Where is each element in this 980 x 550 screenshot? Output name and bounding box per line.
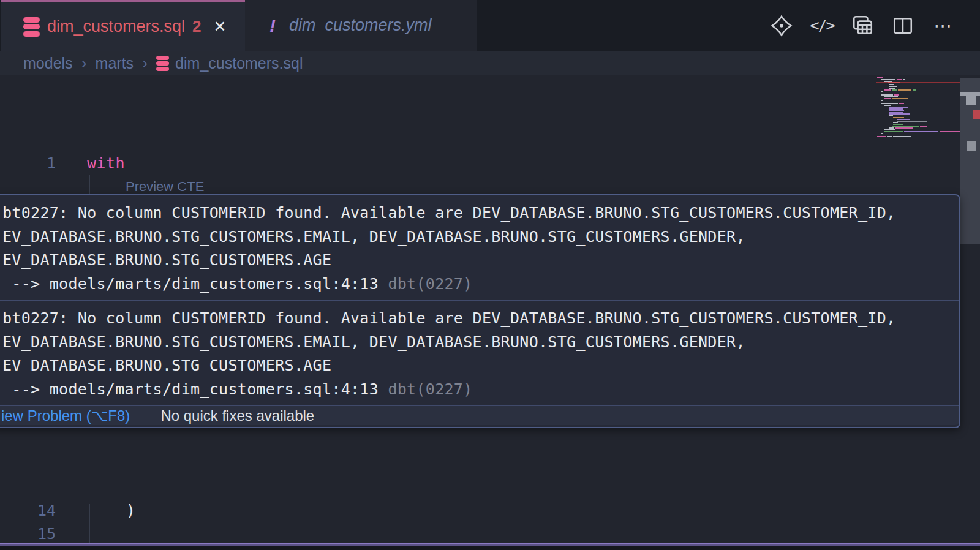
dbt-logo-icon[interactable] [769,13,794,38]
breadcrumb: models › marts › dim_customers.sql [0,51,980,75]
tab-title: dim_customers.yml [289,16,432,35]
error-code: dbt(0227) [388,275,472,293]
chevron-right-icon: › [81,54,87,73]
tab-problem-count-badge: 2 [192,17,201,36]
error-location: --> models/marts/dim_customers.sql:4:13 … [2,378,958,402]
code-line-14[interactable]: ) [126,499,136,522]
overview-error-marker [973,110,980,119]
database-icon [23,17,40,37]
close-icon[interactable]: ✕ [214,18,227,36]
breadcrumb-file[interactable]: dim_customers.sql [175,55,303,72]
line-number: 1 [24,152,56,175]
error-location: --> models/marts/dim_customers.sql:4:13 … [2,273,958,296]
tab-title: dim_customers.sql [47,17,185,36]
error-message-block: bt0227: No column CUSTOMERID found. Avai… [0,195,959,301]
error-text: EV_DATABASE.BRUNO.STG_CUSTOMERS.AGE [2,354,958,378]
breadcrumb-models[interactable]: models [23,55,73,72]
split-editor-icon[interactable] [891,13,915,38]
breadcrumb-marts[interactable]: marts [96,55,134,72]
overview-marker [966,96,976,105]
view-problem-link[interactable]: iew Problem (⌥F8) [1,407,130,424]
error-hover-tooltip: bt0227: No column CUSTOMERID found. Avai… [0,194,960,428]
error-text: EV_DATABASE.BRUNO.STG_CUSTOMERS.AGE [2,249,958,273]
indent-guide [89,504,90,546]
minimap[interactable] [876,77,960,145]
scrollbar[interactable] [960,75,980,543]
overview-marker [967,141,976,151]
database-icon [156,56,169,71]
overview-marker [960,92,980,96]
code-line-1[interactable]: with [87,152,125,175]
query-results-icon[interactable] [850,13,875,38]
error-text: EV_DATABASE.BRUNO.STG_CUSTOMERS.EMAIL, D… [2,225,958,249]
error-text: EV_DATABASE.BRUNO.STG_CUSTOMERS.EMAIL, D… [2,331,958,355]
error-code: dbt(0227) [388,380,472,398]
code-lens-preview-cte[interactable]: Preview CTE [126,179,204,195]
tab-dim-customers-yml[interactable]: ! dim_customers.yml [245,0,477,51]
tab-dim-customers-sql[interactable]: dim_customers.sql 2 ✕ [1,0,245,51]
tab-bar: dim_customers.sql 2 ✕ ! dim_customers.ym… [0,0,980,51]
line-number: 14 [24,499,56,522]
window-bottom-edge [0,546,980,550]
error-text: bt0227: No column CUSTOMERID found. Avai… [2,202,958,225]
more-actions-icon[interactable]: ⋯ [931,13,956,38]
error-message-block: bt0227: No column CUSTOMERID found. Avai… [0,301,959,406]
no-quick-fixes-label: No quick fixes available [160,407,314,424]
error-text: bt0227: No column CUSTOMERID found. Avai… [2,307,958,331]
editor-toolbar: </> ⋯ [769,0,956,51]
warning-exclamation-icon: ! [270,15,276,36]
hover-status-bar: iew Problem (⌥F8) No quick fixes availab… [0,406,959,425]
code-preview-icon[interactable]: </> [810,13,834,38]
chevron-right-icon: › [142,54,148,73]
